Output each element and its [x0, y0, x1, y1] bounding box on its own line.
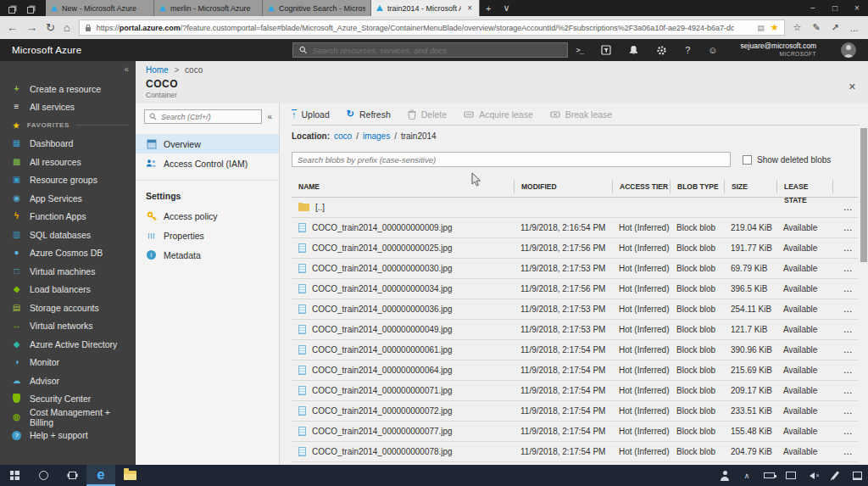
table-row[interactable]: COCO_train2014_000000000030.jpg11/9/2018…	[292, 259, 858, 279]
table-row[interactable]: COCO_train2014_000000000061.jpg11/9/2018…	[292, 340, 858, 360]
favorite-star-icon[interactable]: ★	[771, 22, 779, 33]
row-more-button[interactable]: ...	[832, 326, 858, 334]
network-button[interactable]	[780, 465, 802, 486]
battery-button[interactable]	[758, 465, 780, 486]
blob-prefix-input[interactable]	[298, 155, 725, 165]
row-more-button[interactable]: ...	[832, 204, 858, 212]
sidebar-item-app-services[interactable]: ◉App Services	[0, 189, 136, 208]
edge-taskbar-button[interactable]: e	[86, 465, 115, 486]
menu-search-box[interactable]	[144, 109, 262, 124]
location-link-images[interactable]: images	[363, 131, 390, 141]
sidebar-item-cost-management-billing[interactable]: ◎Cost Management + Billing	[0, 408, 136, 427]
settings-gear-icon[interactable]	[656, 45, 667, 56]
upload-button[interactable]: ↑ Upload	[292, 109, 330, 120]
sidebar-item-azure-cosmos-db[interactable]: ●Azure Cosmos DB	[0, 244, 136, 263]
column-lease-state[interactable]: LEASE STATE	[776, 180, 832, 193]
hub-icon[interactable]: ☆	[793, 22, 802, 33]
browser-tab[interactable]: Cognitive Search - Microsof	[263, 0, 371, 16]
azure-search-input[interactable]	[313, 46, 562, 55]
location-link-coco[interactable]: coco	[334, 131, 352, 141]
column-modified[interactable]: MODIFIED	[514, 180, 612, 193]
avatar[interactable]	[841, 42, 856, 58]
table-row[interactable]: COCO_train2014_000000000064.jpg11/9/2018…	[292, 360, 858, 381]
pen-settings-button[interactable]	[824, 465, 846, 486]
sidebar-item-sql-databases[interactable]: ▥SQL databases	[0, 226, 136, 244]
table-row[interactable]: COCO_train2014_000000000077.jpg11/9/2018…	[292, 422, 858, 442]
column-access-tier[interactable]: ACCESS TIER	[612, 180, 670, 193]
row-more-button[interactable]: ...	[832, 366, 858, 375]
menu-item-properties[interactable]: ☰ Properties	[136, 226, 279, 245]
row-more-button[interactable]: ...	[832, 265, 858, 273]
volume-button[interactable]: ×	[802, 465, 824, 486]
start-button[interactable]	[0, 465, 29, 486]
table-row[interactable]: COCO_train2014_000000000036.jpg11/9/2018…	[292, 299, 858, 320]
menu-item-metadata[interactable]: i Metadata	[136, 245, 279, 265]
feedback-smiley-icon[interactable]: ☺	[708, 46, 717, 55]
help-icon[interactable]: ?	[685, 46, 690, 55]
file-explorer-button[interactable]	[115, 465, 144, 486]
sidebar-item-dashboard[interactable]: ▦Dashboard	[0, 135, 136, 154]
cloud-shell-icon[interactable]: >_	[576, 47, 583, 54]
table-row[interactable]: COCO_train2014_000000000025.jpg11/9/2018…	[292, 238, 858, 259]
sidebar-item-all-resources[interactable]: ▩All resources	[0, 153, 136, 171]
new-tab-button[interactable]: +	[480, 3, 497, 16]
column-blob-type[interactable]: BLOB TYPE	[670, 180, 724, 193]
sidebar-item-advisor[interactable]: ☁Advisor	[0, 371, 136, 390]
menu-search-input[interactable]	[161, 113, 257, 121]
row-more-button[interactable]: ...	[832, 285, 858, 293]
row-more-button[interactable]: ...	[832, 224, 858, 232]
sidebar-collapse-icon[interactable]: «	[124, 64, 129, 74]
breadcrumb-home-link[interactable]: Home	[146, 65, 169, 75]
show-deleted-checkbox[interactable]	[743, 155, 752, 165]
sidebar-item-help-support[interactable]: ?Help + support	[0, 427, 136, 445]
task-view-button[interactable]	[58, 465, 86, 486]
table-row[interactable]: COCO_train2014_000000000009.jpg11/9/2018…	[292, 218, 858, 238]
refresh-button[interactable]: ↻ Refresh	[347, 109, 391, 120]
row-more-button[interactable]: ...	[832, 244, 858, 253]
table-row[interactable]: COCO_train2014_000000000072.jpg11/9/2018…	[292, 401, 858, 422]
forward-icon[interactable]: →	[26, 22, 37, 33]
blade-close-icon[interactable]: ✕	[849, 81, 856, 92]
reading-view-icon[interactable]: ▤	[757, 24, 765, 32]
delete-button[interactable]: Delete	[408, 109, 447, 120]
table-row[interactable]: COCO_train2014_000000000034.jpg11/9/2018…	[292, 279, 858, 299]
sidebar-item-load-balancers[interactable]: ◆Load balancers	[0, 281, 136, 299]
scrollbar[interactable]	[860, 126, 868, 464]
tab-menu-button[interactable]: ∨	[497, 3, 515, 16]
table-row[interactable]: COCO_train2014_000000000071.jpg11/9/2018…	[292, 381, 858, 401]
scrollbar-thumb[interactable]	[860, 128, 867, 262]
browser-tab[interactable]: train2014 - Microsoft A:×	[371, 0, 480, 16]
table-row[interactable]: COCO_train2014_000000000049.jpg11/9/2018…	[292, 320, 858, 340]
sidebar-item-virtual-networks[interactable]: ↔Virtual networks	[0, 317, 136, 336]
sidebar-item-monitor[interactable]: ◑Monitor	[0, 354, 136, 372]
sidebar-item-storage-accounts[interactable]: ▤Storage accounts	[0, 299, 136, 317]
row-more-button[interactable]: ...	[832, 407, 858, 416]
row-more-button[interactable]: ...	[832, 448, 858, 456]
parent-folder-row[interactable]: [..]...	[292, 198, 858, 218]
column-size[interactable]: SIZE	[724, 180, 776, 193]
sidebar-item-virtual-machines[interactable]: □Virtual machines	[0, 262, 136, 281]
menu-collapse-icon[interactable]: «	[267, 112, 272, 121]
table-row[interactable]: COCO_train2014_000000000078.jpg11/9/2018…	[292, 442, 858, 462]
menu-item-access-policy[interactable]: Access policy	[136, 206, 279, 226]
azure-search-box[interactable]	[292, 42, 568, 58]
share-icon[interactable]: ↗	[832, 22, 839, 33]
sidebar-item-security-center[interactable]: Security Center	[0, 390, 136, 409]
tab-preview-icon[interactable]	[8, 7, 15, 14]
row-more-button[interactable]: ...	[832, 346, 858, 355]
back-icon[interactable]: ←	[7, 22, 18, 33]
acquire-lease-button[interactable]: Acquire lease	[464, 109, 533, 120]
more-icon[interactable]: ...	[850, 23, 858, 33]
maximize-button[interactable]: □	[824, 0, 846, 16]
sidebar-item-create-a-resource[interactable]: +Create a resource	[0, 80, 136, 98]
sidebar-item-azure-active-directory[interactable]: ◆Azure Active Directory	[0, 335, 136, 354]
sidebar-item-function-apps[interactable]: ϟFunction Apps	[0, 208, 136, 226]
directory-filter-icon[interactable]	[601, 45, 611, 55]
action-center-button[interactable]	[846, 465, 868, 486]
minimize-button[interactable]: −	[802, 0, 824, 16]
account-info[interactable]: sejuare@microsoft.com MICROSOFT	[741, 42, 816, 57]
people-button[interactable]	[714, 465, 736, 486]
refresh-icon[interactable]: ↻	[46, 22, 55, 33]
column-name[interactable]: NAME	[292, 180, 514, 193]
row-more-button[interactable]: ...	[832, 305, 858, 314]
